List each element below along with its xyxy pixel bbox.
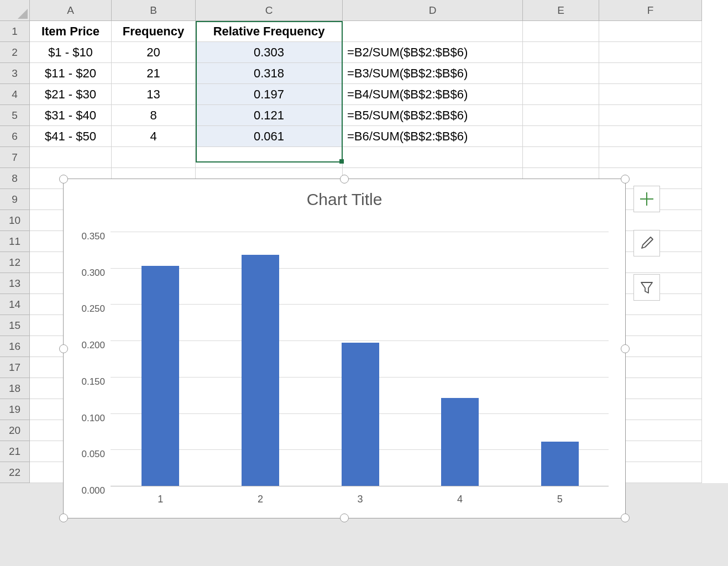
cell-E6[interactable]: [523, 126, 599, 147]
row-header-22[interactable]: 22: [0, 462, 30, 483]
cell-B2[interactable]: 20: [112, 42, 196, 63]
chart-handle[interactable]: [621, 175, 630, 184]
row-header-17[interactable]: 17: [0, 357, 30, 378]
cell-A6[interactable]: $41 - $50: [30, 126, 112, 147]
row-header-19[interactable]: 19: [0, 399, 30, 420]
col-header-E[interactable]: E: [523, 0, 599, 21]
row-header-4[interactable]: 4: [0, 84, 30, 105]
cell-B1[interactable]: Frequency: [112, 21, 196, 42]
x-tick-label: 3: [357, 494, 363, 505]
bar-2[interactable]: [242, 255, 279, 486]
y-tick-label: 0.250: [72, 303, 105, 315]
chart-title[interactable]: Chart Title: [64, 179, 625, 213]
chart-handle[interactable]: [340, 513, 349, 522]
cell-A2[interactable]: $1 - $10: [30, 42, 112, 63]
cell-E4[interactable]: [523, 84, 599, 105]
cell-B6[interactable]: 4: [112, 126, 196, 147]
col-header-B[interactable]: B: [112, 0, 196, 21]
gridline: [111, 486, 609, 486]
cell-D3[interactable]: =B3/SUM($B$2:$B$6): [343, 63, 523, 84]
bar-3[interactable]: [342, 343, 379, 486]
chart-handle[interactable]: [621, 513, 630, 522]
cell-F7[interactable]: [599, 147, 702, 168]
row-header-1[interactable]: 1: [0, 21, 30, 42]
cell-D5[interactable]: =B5/SUM($B$2:$B$6): [343, 105, 523, 126]
cell-F4[interactable]: [599, 84, 702, 105]
cell-D7[interactable]: [343, 147, 523, 168]
row-header-3[interactable]: 3: [0, 63, 30, 84]
cell-C2[interactable]: 0.303: [196, 42, 343, 63]
chart-object[interactable]: Chart Title 0.0000.0500.1000.1500.2000.2…: [63, 179, 626, 518]
cell-A3[interactable]: $11 - $20: [30, 63, 112, 84]
row-header-15[interactable]: 15: [0, 315, 30, 336]
row-header-6[interactable]: 6: [0, 126, 30, 147]
row-header-13[interactable]: 13: [0, 273, 30, 294]
row-header-11[interactable]: 11: [0, 231, 30, 252]
cell-F1[interactable]: [599, 21, 702, 42]
cell-C6[interactable]: 0.061: [196, 126, 343, 147]
cell-C4[interactable]: 0.197: [196, 84, 343, 105]
row-header-10[interactable]: 10: [0, 210, 30, 231]
chart-handle[interactable]: [59, 513, 68, 522]
cell-B5[interactable]: 8: [112, 105, 196, 126]
cell-C5[interactable]: 0.121: [196, 105, 343, 126]
y-tick-label: 0.150: [72, 376, 105, 387]
cell-E5[interactable]: [523, 105, 599, 126]
bar-5[interactable]: [541, 442, 579, 486]
row-header-21[interactable]: 21: [0, 441, 30, 462]
cell-B7[interactable]: [112, 147, 196, 168]
col-header-A[interactable]: A: [30, 0, 112, 21]
y-tick-label: 0.050: [72, 449, 105, 460]
chart-handle[interactable]: [621, 344, 630, 353]
row-header-14[interactable]: 14: [0, 294, 30, 315]
cell-E2[interactable]: [523, 42, 599, 63]
col-header-C[interactable]: C: [196, 0, 343, 21]
chart-elements-button[interactable]: [633, 186, 660, 212]
cell-F6[interactable]: [599, 126, 702, 147]
y-tick-label: 0.000: [72, 485, 105, 496]
bar-4[interactable]: [441, 398, 479, 486]
col-header-D[interactable]: D: [343, 0, 523, 21]
cell-F5[interactable]: [599, 105, 702, 126]
chart-handle[interactable]: [59, 175, 68, 184]
row-header-12[interactable]: 12: [0, 252, 30, 273]
cell-A1[interactable]: Item Price: [30, 21, 112, 42]
y-tick-label: 0.100: [72, 413, 105, 424]
cell-B3[interactable]: 21: [112, 63, 196, 84]
cell-A5[interactable]: $31 - $40: [30, 105, 112, 126]
row-header-8[interactable]: 8: [0, 168, 30, 189]
chart-handle[interactable]: [59, 344, 68, 353]
row-header-5[interactable]: 5: [0, 105, 30, 126]
cell-B4[interactable]: 13: [112, 84, 196, 105]
row-header-2[interactable]: 2: [0, 42, 30, 63]
row-header-9[interactable]: 9: [0, 189, 30, 210]
row-header-20[interactable]: 20: [0, 420, 30, 441]
cell-E7[interactable]: [523, 147, 599, 168]
chart-filter-button[interactable]: [633, 274, 660, 301]
chart-plot-area[interactable]: 0.0000.0500.1000.1500.2000.2500.3000.350…: [111, 232, 609, 486]
select-all-corner[interactable]: [0, 0, 30, 21]
plus-icon: [639, 191, 654, 207]
cell-C7[interactable]: [196, 147, 343, 168]
cell-C3[interactable]: 0.318: [196, 63, 343, 84]
chart-styles-button[interactable]: [633, 230, 660, 256]
cell-A7[interactable]: [30, 147, 112, 168]
cell-C1[interactable]: Relative Frequency: [196, 21, 343, 42]
cell-D2[interactable]: =B2/SUM($B$2:$B$6): [343, 42, 523, 63]
bar-1[interactable]: [142, 266, 179, 486]
col-header-F[interactable]: F: [599, 0, 702, 21]
cell-F2[interactable]: [599, 42, 702, 63]
brush-icon: [638, 235, 655, 251]
cell-A4[interactable]: $21 - $30: [30, 84, 112, 105]
row-header-16[interactable]: 16: [0, 336, 30, 357]
cell-E1[interactable]: [523, 21, 599, 42]
cell-D1[interactable]: [343, 21, 523, 42]
row-header-7[interactable]: 7: [0, 147, 30, 168]
chart-handle[interactable]: [340, 175, 349, 184]
cell-D4[interactable]: =B4/SUM($B$2:$B$6): [343, 84, 523, 105]
cell-F3[interactable]: [599, 63, 702, 84]
cell-D6[interactable]: =B6/SUM($B$2:$B$6): [343, 126, 523, 147]
row-header-18[interactable]: 18: [0, 378, 30, 399]
cell-E3[interactable]: [523, 63, 599, 84]
spreadsheet-sheet: ABCDEF1Item PriceFrequencyRelative Frequ…: [0, 0, 728, 566]
